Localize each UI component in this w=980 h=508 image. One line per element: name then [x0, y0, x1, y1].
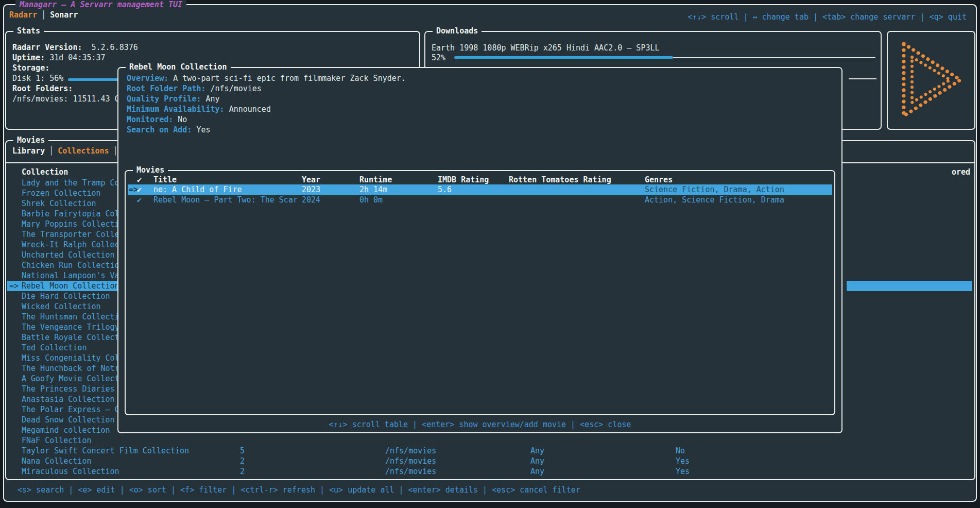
- movie-runtime: 2h 14m: [359, 184, 387, 195]
- app-title: Managarr – A Servarr management TUI: [15, 0, 186, 9]
- tab-separator: │: [45, 146, 58, 156]
- download-progress-bar: [454, 56, 875, 59]
- collection-list-item[interactable]: Wreck-It Ralph Collec: [7, 240, 119, 250]
- collection-list-item[interactable]: The Transporter Colle: [7, 229, 119, 240]
- servarr-tab-bar: Radarr│Sonarr: [9, 10, 78, 20]
- collection-table-rows: Taylor Swift Concert Film Collection 5 /…: [7, 446, 972, 477]
- collection-quality-profile: Any: [530, 446, 544, 456]
- collection-list-item[interactable]: Battle Royale Collect: [7, 332, 119, 343]
- collection-list-item[interactable]: The Vengeance Trilogy: [7, 322, 119, 332]
- bottom-keybind-hints: <s> search | <e> edit | <o> sort | <f> f…: [18, 485, 580, 495]
- field-value: Announced: [229, 105, 271, 114]
- collection-field: Root Folder Path:/nfs/movies: [127, 83, 406, 94]
- movies-table-header: ✔ Title Year Runtime IMDB Rating Rotten …: [126, 175, 834, 184]
- collection-list-item[interactable]: Chicken Run Collectio: [7, 260, 119, 270]
- field-value: /nfs/movies: [211, 84, 262, 93]
- top-keybind-hints: <↑↓> scroll | ↔ change tab | <tab> chang…: [687, 12, 967, 22]
- collection-details-modal: Rebel Moon Collection Overview:A two-par…: [117, 67, 843, 433]
- collection-field: Overview:A two-part sci-fi epic from fil…: [127, 73, 406, 83]
- collection-table-row[interactable]: Taylor Swift Concert Film Collection 5 /…: [7, 446, 972, 456]
- collection-field: Minimum Availability:Announced: [127, 104, 406, 114]
- tab-radarr[interactable]: Radarr: [9, 10, 37, 20]
- modal-movies-subpanel: Movies ✔ Title Year Runtime IMDB Rating …: [125, 170, 835, 415]
- collection-list-item[interactable]: Megamind collection: [7, 425, 119, 435]
- collection-list-item[interactable]: FNaF Collection: [7, 435, 119, 446]
- collection-list: Lady and the Tramp CoFrozen CollectionSh…: [7, 178, 119, 446]
- collection-field: Monitored:No: [127, 114, 406, 125]
- managarr-screen: Managarr – A Servarr management TUI Rada…: [0, 0, 980, 508]
- field-label: Minimum Availability:: [127, 105, 225, 114]
- collection-list-item[interactable]: Mary Poppins Collecti: [7, 219, 119, 229]
- collection-fields: Overview:A two-part sci-fi epic from fil…: [127, 73, 406, 135]
- stat-uptime: Uptime:31d 04:35:37: [12, 53, 419, 63]
- monitored-check-column: ✔: [137, 175, 142, 184]
- field-value: No: [178, 115, 187, 124]
- stats-panel-title: Stats: [13, 26, 44, 36]
- collection-list-item[interactable]: Miss Congeniality Col: [7, 353, 119, 363]
- collection-list-item[interactable]: A Goofy Movie Collect: [7, 374, 119, 384]
- collection-movie-count: 2: [240, 456, 245, 466]
- movie-title: Rebel Moon – Part Two: The Scar: [153, 195, 301, 205]
- selection-arrow-icon: =>: [9, 281, 19, 291]
- movie-row[interactable]: ✔ Rebel Moon – Part Two: The Scar 2024 0…: [128, 195, 832, 205]
- collection-list-item[interactable]: Frozen Collection: [7, 188, 119, 198]
- movie-genres: Action, Science Fiction, Drama: [645, 195, 784, 205]
- collection-list-item[interactable]: Dead Snow Collection: [7, 415, 119, 425]
- modal-title: Rebel Moon Collection: [126, 62, 231, 72]
- field-value: Yes: [196, 125, 210, 134]
- movie-year: 2024: [302, 195, 320, 205]
- collection-root-folder: /nfs/movies: [385, 446, 436, 456]
- field-value: Any: [206, 94, 220, 104]
- collection-list-item[interactable]: Shrek Collection: [7, 198, 119, 209]
- monitored-check-icon: ✔: [137, 184, 142, 195]
- monitored-check-icon: ✔: [137, 195, 142, 205]
- downloads-panel-title: Downloads: [433, 26, 482, 36]
- collection-name: Taylor Swift Concert Film Collection: [22, 446, 189, 456]
- field-value: A two-part sci-fi epic from filmmaker Za…: [173, 74, 406, 83]
- movies-panel-title: Movies: [13, 136, 48, 145]
- stat-version: Radarr Version:5.2.6.8376: [12, 42, 419, 53]
- field-label: Search on Add:: [127, 125, 192, 134]
- selected-row-highlight-fragment: [847, 281, 972, 291]
- collection-list-item[interactable]: National Lampoon's Va: [7, 270, 119, 281]
- collection-list-item[interactable]: The Princess Diaries: [7, 384, 119, 394]
- collection-monitored: Yes: [676, 456, 690, 466]
- collection-field: Quality Profile:Any: [127, 94, 406, 104]
- collection-list-item[interactable]: Die Hard Collection: [7, 291, 119, 301]
- movies-table-body: => ✔ ne: A Child of Fire 2023 2h 14m 5.6…: [128, 184, 832, 205]
- collection-monitored: No: [676, 446, 685, 456]
- collection-list-item[interactable]: Anastasia Collection: [7, 394, 119, 404]
- movie-row[interactable]: => ✔ ne: A Child of Fire 2023 2h 14m 5.6…: [128, 184, 832, 195]
- collection-list-item[interactable]: =>Rebel Moon Collection: [7, 281, 119, 291]
- collection-name: Nana Collection: [22, 456, 91, 466]
- modal-keybind-hints: <↑↓> scroll table | <enter> show overvie…: [118, 420, 841, 429]
- collection-monitored: Yes: [676, 466, 690, 477]
- field-label: Quality Profile:: [127, 94, 201, 104]
- collection-list-item[interactable]: Wicked Collection: [7, 301, 119, 312]
- tab-separator: │: [37, 10, 50, 20]
- collection-table-row[interactable]: Miraculous Collection 2 /nfs/movies Any …: [7, 466, 972, 477]
- tab-library[interactable]: Library: [12, 146, 45, 156]
- collection-list-item[interactable]: Barbie Fairytopia Col: [7, 209, 119, 219]
- collection-list-item[interactable]: The Huntsman Collecti: [7, 312, 119, 322]
- tab-collections[interactable]: Collections: [58, 146, 109, 156]
- download-item-title: Earth 1998 1080p WEBRip x265 Hindi AAC2.…: [432, 43, 881, 53]
- monitored-column-header-fragment: ored: [952, 167, 970, 177]
- collection-field: Search on Add:Yes: [127, 125, 406, 135]
- collection-list-item[interactable]: The Hunchback of Notr: [7, 363, 119, 374]
- collection-list-item[interactable]: Lady and the Tramp Co: [7, 178, 119, 188]
- field-label: Monitored:: [127, 115, 173, 124]
- modal-movies-title: Movies: [133, 165, 168, 175]
- collection-name: Miraculous Collection: [22, 466, 119, 477]
- collection-quality-profile: Any: [530, 466, 544, 477]
- collection-list-item[interactable]: The Polar Express – C: [7, 404, 119, 415]
- movie-title: ne: A Child of Fire: [153, 184, 301, 195]
- field-label: Overview:: [127, 74, 168, 83]
- collection-root-folder: /nfs/movies: [385, 466, 436, 477]
- tab-sonarr[interactable]: Sonarr: [50, 10, 78, 20]
- collection-table-row[interactable]: Nana Collection 2 /nfs/movies Any Yes: [7, 456, 972, 466]
- collection-list-item[interactable]: Uncharted Collection: [7, 250, 119, 260]
- collection-root-folder: /nfs/movies: [385, 456, 436, 466]
- collection-list-item[interactable]: Ted Collection: [7, 343, 119, 353]
- movies-tab-bar: Library│Collections│: [12, 146, 122, 156]
